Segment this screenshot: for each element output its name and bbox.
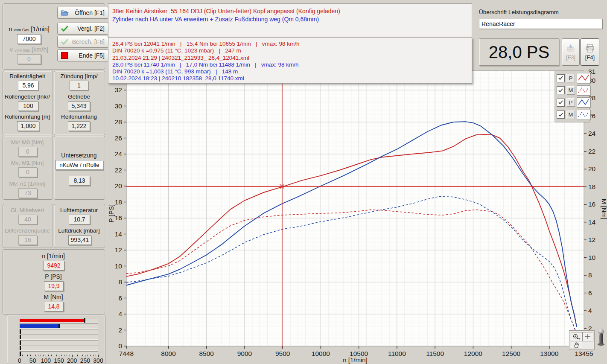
svg-text:6: 6 [588, 289, 592, 297]
gauge-tick [88, 355, 88, 356]
open-button[interactable]: Öffnen [F1] [57, 7, 108, 19]
svg-text:28: 28 [115, 118, 122, 125]
diff-quot-input: 16 [18, 235, 37, 245]
printer-icon [585, 44, 595, 52]
ignition-label: Zündung [Imp/ [55, 73, 103, 79]
n-gas-input[interactable]: 7000 [17, 34, 41, 44]
gauge-tick [61, 355, 62, 356]
gauge-bar-marker [20, 335, 21, 339]
calculate-button: Berech. [F6] [57, 36, 108, 48]
f3-label: [F3] [566, 54, 575, 61]
print-button[interactable]: [F4] [581, 38, 599, 66]
svg-text:26: 26 [115, 134, 122, 142]
svg-text:10: 10 [115, 262, 123, 270]
svg-text:11500: 11500 [426, 350, 444, 357]
svg-text:16: 16 [115, 214, 122, 221]
legend-checkbox[interactable] [557, 74, 565, 82]
svg-text:8: 8 [588, 271, 592, 279]
end-button-label: Ende [F5] [79, 52, 105, 59]
v-gas-input: 0 [17, 54, 41, 64]
legend-checkbox[interactable] [557, 111, 565, 119]
magnifier-icon [572, 334, 581, 340]
roll-circ-input[interactable]: 1,000 [17, 121, 39, 131]
gearbox-input[interactable]: 5,343 [68, 101, 90, 111]
roll-encoder-input[interactable]: 100 [18, 101, 38, 111]
roll-inertia-label: Rollenträgheit [3, 73, 51, 79]
mv-m1-label: Mv: M1 [Nm] [3, 160, 51, 166]
legend-line-sample[interactable] [577, 97, 590, 108]
pan-tool-button[interactable] [571, 341, 582, 349]
checkmark-icon [558, 88, 563, 93]
folder-icon [61, 10, 69, 16]
gauge-bar-row [20, 329, 98, 334]
legend-checkbox[interactable] [557, 99, 565, 107]
run-description-box: 38er Keihin Airstriker 55 164 DDJ (Clip … [108, 3, 472, 37]
svg-text:M [Nm]: M [Nm] [601, 199, 607, 219]
air-temp-input[interactable]: 10,7 [69, 215, 90, 224]
cursor-p-value: 19,9 [44, 281, 64, 291]
gauge-tick [93, 355, 93, 356]
gearbox-label: Getriebe [55, 93, 103, 100]
svg-text:10: 10 [588, 254, 596, 261]
cursor-mover-pin[interactable] [597, 329, 605, 348]
legend-checkbox[interactable] [557, 86, 565, 94]
n-gas-label: n vom Gas [1/min] [4, 26, 54, 32]
legend-series-label[interactable]: P [566, 98, 575, 107]
gauge-tick [35, 355, 36, 356]
ignition-input[interactable]: 1 [70, 81, 88, 90]
check-icon-disabled [61, 39, 68, 45]
legend-row-1: P [557, 73, 590, 84]
plus-crosshair-icon [585, 334, 591, 340]
roll-circ-label: Rollenumfang [m] [3, 114, 52, 120]
tire-circ-label: Reifenumfang [55, 114, 103, 120]
svg-text:14: 14 [588, 218, 596, 226]
svg-text:n [1/min]: n [1/min] [343, 356, 368, 364]
power-chart[interactable]: 7448800085009000950010000105001100011500… [106, 68, 607, 364]
run-stats-box: 26,4 PS bei 12041 1/min | 15,4 Nm bei 10… [108, 38, 472, 84]
legend-line-sample[interactable] [577, 85, 590, 96]
gauge-scale-label: 100 [41, 357, 51, 364]
peak-power-value: 28,0 PS [489, 43, 549, 62]
zoom-tool-button[interactable] [571, 332, 582, 341]
gauge-bar-row [20, 346, 98, 351]
svg-text:20: 20 [115, 182, 123, 189]
gauge-tick [67, 355, 67, 356]
legend-line-sample[interactable] [577, 110, 590, 120]
svg-text:13455: 13455 [575, 350, 593, 357]
checkmark-icon [558, 76, 563, 81]
gauge-bar-fill [20, 324, 58, 328]
gauge-bar-row [20, 323, 98, 329]
mv-n1-input: 73 [18, 188, 37, 198]
v-gas-label: v vom Gas [km/h] [4, 46, 54, 53]
stats-blue-file: 10.02.2024 18:23 | 240210 182358 28,0 11… [108, 75, 472, 82]
end-button[interactable]: Ende [F5] [57, 50, 108, 61]
reduction-mode-dropdown[interactable]: nKuWe / nRolle [55, 160, 103, 170]
legend-series-label[interactable]: M [566, 86, 575, 95]
roll-inertia-input[interactable]: 5,96 [18, 81, 38, 90]
gauge-bar-row [20, 340, 98, 345]
gauge-tick [41, 355, 41, 356]
compare-button[interactable]: Vergl. [F2] [57, 23, 108, 35]
cursor-tool-button[interactable] [582, 332, 593, 341]
gauge-tick [64, 355, 64, 356]
stats-red-file: 21.03.2024 21:29 | 240321_212933_ 26,4_1… [108, 55, 472, 61]
graph-tool-palette [569, 330, 595, 350]
svg-text:9500: 9500 [275, 350, 290, 357]
cursor-n-label: n [1/min] [28, 253, 79, 259]
chart-title-input[interactable] [479, 19, 603, 29]
svg-text:24: 24 [588, 130, 596, 137]
svg-text:8000: 8000 [161, 350, 176, 357]
gauge-scale-label: 200 [67, 357, 77, 364]
air-press-input[interactable]: 993,41 [68, 235, 91, 245]
legend-line-sample[interactable] [577, 73, 590, 83]
reduction-value-input[interactable]: 8,13 [69, 176, 90, 186]
tire-circ-input[interactable]: 1,222 [68, 121, 90, 131]
peak-power-display: 28,0 PS [479, 38, 559, 66]
gauge-scale-label: 250 [80, 357, 90, 364]
legend-series-label[interactable]: P [566, 74, 575, 82]
stats-blue-peaks: 28,0 PS bei 11740 1/min | 17,0 Nm bei 11… [108, 61, 472, 68]
svg-text:30: 30 [115, 102, 123, 110]
legend-series-label[interactable]: M [566, 111, 575, 119]
gauge-scale-label: 150 [54, 357, 64, 364]
svg-text:0: 0 [118, 342, 122, 349]
